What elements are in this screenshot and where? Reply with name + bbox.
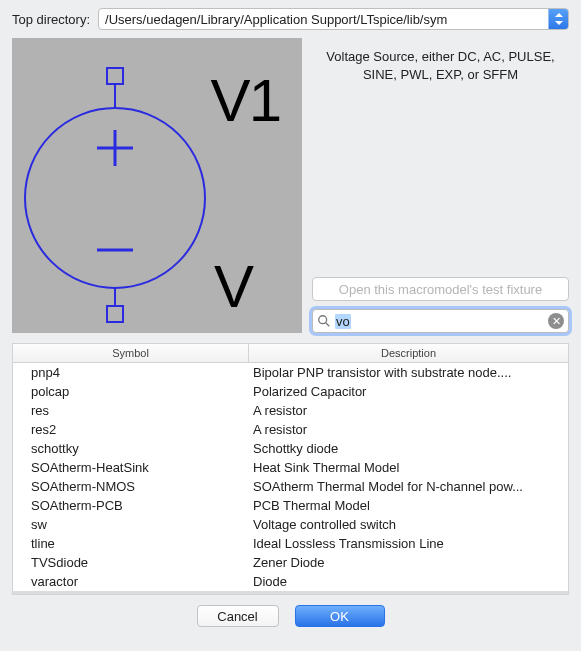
row-symbol: voltage (13, 593, 249, 594)
row-symbol: schottky (13, 441, 249, 456)
row-symbol: res2 (13, 422, 249, 437)
table-row[interactable]: TVSdiodeZener Diode (13, 553, 568, 572)
svg-rect-2 (107, 68, 123, 84)
row-symbol: SOAtherm-NMOS (13, 479, 249, 494)
row-symbol: SOAtherm-HeatSink (13, 460, 249, 475)
table-row[interactable]: SOAtherm-HeatSinkHeat Sink Thermal Model (13, 458, 568, 477)
row-desc: Voltage Source, either DC, AC, PULSE, SI… (249, 593, 568, 594)
svg-marker-1 (555, 21, 563, 25)
row-symbol: SOAtherm-PCB (13, 498, 249, 513)
row-desc: Bipolar PNP transistor with substrate no… (249, 365, 568, 380)
search-icon (317, 314, 331, 328)
dropdown-arrows-icon[interactable] (548, 8, 568, 30)
row-desc: Diode (249, 574, 568, 589)
open-test-fixture-button: Open this macromodel's test fixture (312, 277, 569, 301)
row-desc: Ideal Lossless Transmission Line (249, 536, 568, 551)
table-row[interactable]: resA resistor (13, 401, 568, 420)
row-desc: A resistor (249, 422, 568, 437)
row-symbol: tline (13, 536, 249, 551)
svg-point-10 (319, 316, 327, 324)
symbol-preview: V1 V (12, 38, 302, 333)
preview-refdes: V1 (211, 66, 280, 135)
selected-description: Voltage Source, either DC, AC, PULSE, SI… (312, 48, 569, 83)
table-row[interactable]: schottkySchottky diode (13, 439, 568, 458)
svg-marker-0 (555, 13, 563, 17)
col-description[interactable]: Description (249, 344, 568, 362)
row-symbol: TVSdiode (13, 555, 249, 570)
table-header: Symbol Description (13, 344, 568, 363)
top-dir-label: Top directory: (12, 12, 90, 27)
preview-prefix: V (214, 252, 254, 321)
top-dir-path: /Users/uedagen/Library/Application Suppo… (99, 12, 548, 27)
row-symbol: polcap (13, 384, 249, 399)
svg-line-11 (326, 323, 330, 327)
row-desc: PCB Thermal Model (249, 498, 568, 513)
row-desc: Polarized Capacitor (249, 384, 568, 399)
ok-button[interactable]: OK (295, 605, 385, 627)
table-row[interactable]: polcapPolarized Capacitor (13, 382, 568, 401)
row-desc: Voltage controlled switch (249, 517, 568, 532)
cancel-button[interactable]: Cancel (197, 605, 279, 627)
col-symbol[interactable]: Symbol (13, 344, 249, 362)
table-row[interactable]: SOAtherm-PCBPCB Thermal Model (13, 496, 568, 515)
top-dir-select[interactable]: /Users/uedagen/Library/Application Suppo… (98, 8, 569, 30)
row-desc: Heat Sink Thermal Model (249, 460, 568, 475)
table-row[interactable]: tlineIdeal Lossless Transmission Line (13, 534, 568, 553)
row-desc: A resistor (249, 403, 568, 418)
row-symbol: res (13, 403, 249, 418)
row-symbol: pnp4 (13, 365, 249, 380)
svg-rect-9 (107, 306, 123, 322)
table-row[interactable]: SOAtherm-NMOSSOAtherm Thermal Model for … (13, 477, 568, 496)
clear-icon[interactable]: ✕ (548, 313, 564, 329)
table-row[interactable]: swVoltage controlled switch (13, 515, 568, 534)
symbol-table: Symbol Description pnp4Bipolar PNP trans… (12, 343, 569, 595)
row-symbol: varactor (13, 574, 249, 589)
table-row[interactable]: res2A resistor (13, 420, 568, 439)
row-symbol: sw (13, 517, 249, 532)
table-row[interactable]: pnp4Bipolar PNP transistor with substrat… (13, 363, 568, 382)
row-desc: SOAtherm Thermal Model for N-channel pow… (249, 479, 568, 494)
search-input[interactable]: vo (335, 314, 548, 329)
table-row[interactable]: voltageVoltage Source, either DC, AC, PU… (13, 591, 568, 594)
row-desc: Schottky diode (249, 441, 568, 456)
table-row[interactable]: varactorDiode (13, 572, 568, 591)
search-field[interactable]: vo ✕ (312, 309, 569, 333)
row-desc: Zener Diode (249, 555, 568, 570)
